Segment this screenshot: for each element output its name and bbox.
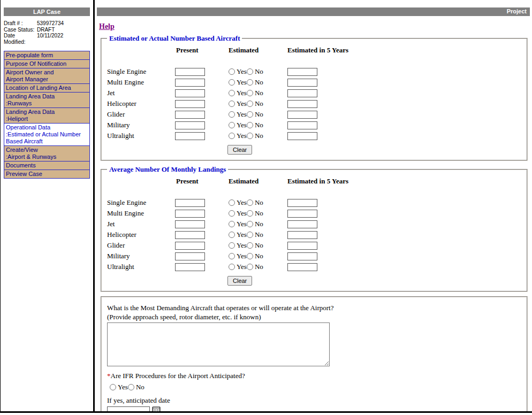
monthly-landings-section: Average Number Of Monthly Landings Prese… bbox=[101, 165, 528, 292]
present-input[interactable] bbox=[175, 89, 205, 97]
estimated-yes-radio[interactable] bbox=[229, 210, 235, 217]
estimated-yes-radio[interactable] bbox=[229, 242, 235, 249]
ifr-no-radio[interactable] bbox=[128, 384, 134, 390]
estimated-yes-radio[interactable] bbox=[229, 264, 235, 270]
estimated-no-radio[interactable] bbox=[247, 264, 253, 270]
estimated-no-radio[interactable] bbox=[247, 90, 253, 96]
no-label: No bbox=[255, 220, 263, 228]
monthly-landings-legend: Average Number Of Monthly Landings bbox=[107, 165, 228, 174]
aircraft-type-label: Military bbox=[107, 252, 175, 260]
nav-item[interactable]: Create/View :Airport & Runways bbox=[4, 145, 90, 162]
nav-item[interactable]: Landing Area Data :Heliport bbox=[4, 107, 90, 124]
five-year-input[interactable] bbox=[287, 132, 317, 140]
calendar-icon bbox=[153, 407, 160, 411]
present-input[interactable] bbox=[175, 121, 205, 129]
aircraft-row: Helicopter Yes No bbox=[107, 98, 522, 109]
estimated-no-radio[interactable] bbox=[247, 242, 253, 249]
present-input[interactable] bbox=[175, 231, 205, 239]
nav-item[interactable]: Preview Case bbox=[4, 170, 90, 179]
five-year-input[interactable] bbox=[287, 210, 317, 218]
present-column-header: Present bbox=[175, 177, 229, 186]
aircraft-type-label: Jet bbox=[107, 220, 175, 228]
aircraft-row: Multi Engine Yes No bbox=[107, 77, 522, 88]
yes-label: Yes bbox=[237, 198, 247, 207]
present-input[interactable] bbox=[175, 252, 205, 260]
no-label: No bbox=[255, 67, 263, 76]
estimated-yes-radio[interactable] bbox=[229, 253, 235, 259]
estimated-no-radio[interactable] bbox=[247, 101, 253, 107]
aircraft-type-label: Helicopter bbox=[107, 99, 175, 108]
yes-label: Yes bbox=[237, 220, 247, 228]
five-year-input[interactable] bbox=[287, 199, 317, 207]
estimated-no-radio[interactable] bbox=[247, 210, 253, 217]
present-input[interactable] bbox=[175, 111, 205, 119]
estimated-no-radio[interactable] bbox=[247, 221, 253, 227]
aircraft-row: Jet Yes No bbox=[107, 219, 522, 229]
present-input[interactable] bbox=[175, 68, 205, 76]
present-input[interactable] bbox=[175, 199, 205, 207]
present-input[interactable] bbox=[175, 242, 205, 250]
nav-item[interactable]: Airport Owner and Airport Manager bbox=[4, 68, 90, 84]
five-year-input[interactable] bbox=[287, 89, 317, 97]
five-year-input[interactable] bbox=[287, 121, 317, 129]
estimated-yes-radio[interactable] bbox=[229, 133, 235, 139]
nav-item[interactable]: Documents bbox=[4, 161, 90, 170]
yes-label: Yes bbox=[118, 383, 128, 391]
estimated-yes-radio[interactable] bbox=[229, 79, 235, 86]
based-aircraft-rows: Single Engine Yes No Multi Engine bbox=[106, 66, 522, 141]
present-input[interactable] bbox=[175, 100, 205, 108]
nav-item-label: Landing Area Data :Runways bbox=[6, 93, 55, 106]
nav-item[interactable]: Location of Landing Area bbox=[4, 83, 90, 93]
estimated-yes-radio[interactable] bbox=[229, 122, 235, 128]
clear-monthly-landings-button[interactable]: Clear bbox=[227, 276, 252, 286]
present-input[interactable] bbox=[175, 132, 205, 140]
five-year-input[interactable] bbox=[287, 68, 317, 76]
estimated-no-radio[interactable] bbox=[247, 253, 253, 259]
nav-item-label: Purpose Of Notification bbox=[6, 60, 66, 67]
aircraft-type-label: Glider bbox=[107, 241, 175, 250]
present-input[interactable] bbox=[175, 263, 205, 271]
nav-item[interactable]: Purpose Of Notification bbox=[4, 59, 90, 68]
present-input[interactable] bbox=[175, 220, 205, 228]
estimated-yes-radio[interactable] bbox=[229, 221, 235, 227]
most-demanding-textarea[interactable] bbox=[107, 322, 330, 366]
help-link[interactable]: Help bbox=[99, 22, 115, 31]
estimated-yes-radio[interactable] bbox=[229, 101, 235, 107]
estimated-yes-radio[interactable] bbox=[229, 199, 235, 206]
based-aircraft-column-headers: Present Estimated Estimated in 5 Years bbox=[107, 46, 522, 55]
five-year-input[interactable] bbox=[287, 231, 317, 239]
estimated-no-radio[interactable] bbox=[247, 111, 253, 118]
sidebar-nav: Pre-populate form Purpose Of Notificatio… bbox=[4, 51, 90, 179]
estimated-no-radio[interactable] bbox=[247, 133, 253, 139]
yes-label: Yes bbox=[237, 110, 247, 119]
estimated-no-radio[interactable] bbox=[247, 122, 253, 128]
five-year-input[interactable] bbox=[287, 220, 317, 228]
date-modified-label: Date Modified: bbox=[4, 33, 37, 45]
five-year-input[interactable] bbox=[287, 252, 317, 260]
estimated-yes-radio[interactable] bbox=[229, 232, 235, 238]
estimated-yes-radio[interactable] bbox=[229, 90, 235, 96]
estimated-no-radio[interactable] bbox=[247, 68, 253, 75]
nav-item[interactable]: Pre-populate form bbox=[4, 51, 90, 60]
estimated-no-radio[interactable] bbox=[247, 199, 253, 206]
five-year-input[interactable] bbox=[287, 100, 317, 108]
nav-item-label: Pre-populate form bbox=[6, 52, 53, 58]
calendar-button[interactable] bbox=[152, 406, 161, 411]
present-input[interactable] bbox=[175, 210, 205, 218]
nav-item[interactable]: Landing Area Data :Runways bbox=[4, 92, 90, 108]
five-year-input[interactable] bbox=[287, 242, 317, 250]
nav-item[interactable]: Operational Data :Estimated or Actual Nu… bbox=[4, 123, 90, 146]
clear-based-aircraft-button[interactable]: Clear bbox=[227, 145, 252, 155]
anticipated-date-input[interactable] bbox=[107, 406, 150, 411]
estimated-no-radio[interactable] bbox=[247, 232, 253, 238]
aircraft-type-label: Jet bbox=[107, 89, 175, 97]
five-year-input[interactable] bbox=[287, 79, 317, 87]
present-input[interactable] bbox=[175, 79, 205, 87]
estimated-yes-radio[interactable] bbox=[229, 68, 235, 75]
estimated-no-radio[interactable] bbox=[247, 79, 253, 86]
yes-label: Yes bbox=[237, 230, 247, 239]
estimated-yes-radio[interactable] bbox=[229, 111, 235, 118]
five-year-input[interactable] bbox=[287, 111, 317, 119]
ifr-yes-radio[interactable] bbox=[110, 384, 116, 390]
five-year-input[interactable] bbox=[287, 263, 317, 271]
